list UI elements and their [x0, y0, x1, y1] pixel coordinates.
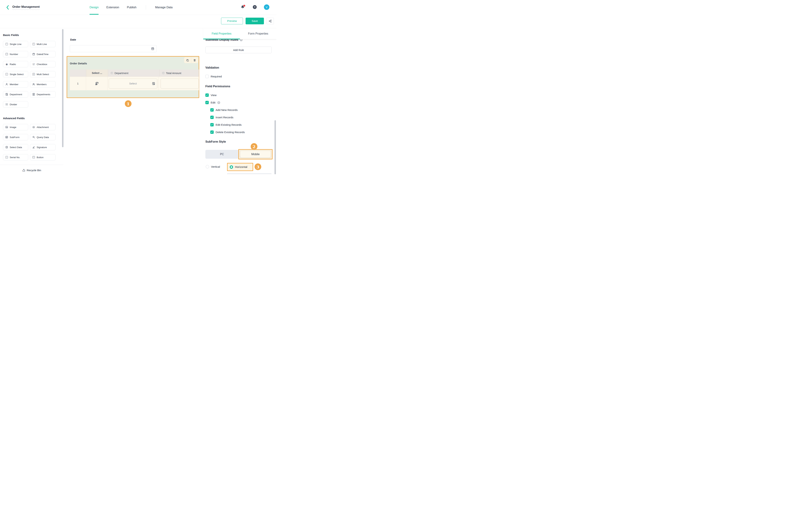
- edit-existing-records-checkbox-row[interactable]: ✓ Edit Existing Records: [210, 123, 241, 126]
- total-amount-input[interactable]: [161, 79, 199, 88]
- field-checkbox[interactable]: ☑Checkbox: [30, 61, 56, 67]
- field-member[interactable]: Member: [3, 81, 28, 87]
- save-button[interactable]: Save: [245, 18, 264, 24]
- copy-icon[interactable]: [184, 57, 191, 63]
- number-icon: 123: [5, 53, 8, 56]
- checkbox-checked[interactable]: ✓: [205, 93, 209, 97]
- recycle-bin-button[interactable]: ♺ Recycle Bin: [0, 167, 63, 173]
- tab-manage-data[interactable]: Manage Data: [155, 0, 173, 15]
- nav-tabs: Design Extension Publish Manage Data: [90, 0, 173, 15]
- basic-fields-heading: Basic Fields: [3, 33, 19, 37]
- share-button[interactable]: [266, 18, 274, 24]
- tab-field-properties[interactable]: Field Properties: [203, 28, 240, 39]
- page-title[interactable]: Order Management: [12, 5, 40, 10]
- checkbox-checked[interactable]: ✓: [205, 101, 209, 104]
- annotation-badge-2: 2: [251, 143, 257, 150]
- checkbox-checked[interactable]: ✓: [210, 108, 214, 112]
- signature-icon: [32, 146, 35, 149]
- freeze-columns-dropdown[interactable]: 1Column: [227, 173, 271, 174]
- field-divider[interactable]: Divider: [3, 101, 28, 108]
- field-members[interactable]: Members: [30, 81, 56, 87]
- col-department-header[interactable]: Department: [108, 69, 160, 77]
- field-permissions-heading: Field Permissions: [205, 85, 230, 88]
- query-data-icon: [32, 136, 35, 139]
- field-single-select[interactable]: ∨Single Select: [3, 71, 28, 77]
- field-attachment[interactable]: Attachment: [30, 124, 56, 130]
- row-number-cell: 1: [70, 77, 86, 90]
- field-query-data[interactable]: Query Data: [30, 134, 56, 140]
- help-icon[interactable]: ?: [218, 101, 220, 104]
- annotation-badge-3: 3: [255, 164, 261, 170]
- tab-form-properties[interactable]: Form Properties: [240, 28, 277, 39]
- field-actions: [184, 57, 198, 63]
- horizontal-radio-label[interactable]: Horizontal: [235, 165, 247, 169]
- department-select-input[interactable]: Select: [109, 79, 157, 88]
- edit-checkbox-row[interactable]: ✓ Edit ?: [205, 101, 220, 104]
- date-field-label: Date: [70, 38, 76, 41]
- subform-field-selected[interactable]: Order Details Select ... Department Tota…: [67, 56, 199, 98]
- department-cell: Select: [108, 77, 158, 90]
- notifications-bell-icon[interactable]: [241, 5, 245, 9]
- radio-icon: ◉: [5, 63, 8, 65]
- device-toggle-mobile[interactable]: Mobile: [240, 151, 270, 158]
- field-select-data[interactable]: Select Data: [3, 144, 28, 150]
- field-multi-select[interactable]: ≣Multi Select: [30, 71, 56, 77]
- recycle-icon: ♺: [22, 169, 25, 172]
- col-total-amount-header[interactable]: Total Amount: [160, 69, 199, 77]
- required-checkbox-row[interactable]: Required: [205, 75, 222, 78]
- add-rule-button[interactable]: Add Rule: [205, 47, 272, 53]
- device-toggle-pc[interactable]: PC: [205, 150, 238, 159]
- tab-design[interactable]: Design: [90, 0, 98, 15]
- field-radio[interactable]: ◉Radio: [3, 61, 28, 67]
- checkbox-checked[interactable]: ✓: [210, 131, 214, 134]
- back-icon[interactable]: [5, 5, 10, 10]
- notification-dot: [243, 5, 245, 7]
- multi-select-icon: ≣: [32, 73, 35, 76]
- members-icon: [32, 83, 35, 86]
- total-amount-cell: [158, 77, 199, 90]
- avatar[interactable]: V: [264, 4, 269, 10]
- field-signature[interactable]: Signature: [30, 144, 56, 150]
- add-new-records-checkbox-row[interactable]: ✓ Add New Records: [210, 108, 238, 112]
- vertical-radio-row[interactable]: Vertical: [206, 165, 220, 168]
- sidebar-scrollbar[interactable]: [62, 29, 63, 147]
- checkbox-unchecked[interactable]: [205, 75, 209, 78]
- subform-header-row: Select ... Department Total Amount: [70, 69, 199, 77]
- col-select-header[interactable]: Select ...: [86, 69, 108, 77]
- field-subform[interactable]: SubForm: [3, 134, 28, 140]
- advanced-fields-heading: Advanced Fields: [3, 117, 25, 120]
- properties-panel: Field Properties Form Properties Subfiel…: [203, 28, 277, 174]
- multi-line-icon: ¶: [32, 42, 35, 46]
- subform-title: Order Details: [70, 62, 87, 65]
- checkbox-icon: ☑: [32, 63, 35, 65]
- select-data-cell[interactable]: [86, 77, 108, 90]
- form-toolbar: Preview Save: [0, 15, 277, 28]
- help-icon[interactable]: ?: [253, 5, 257, 9]
- field-number[interactable]: 123Number: [3, 51, 28, 57]
- field-serial-no[interactable]: №Serial No.: [3, 154, 28, 161]
- panel-scrollbar[interactable]: [274, 120, 276, 174]
- field-single-line[interactable]: TSingle Line: [3, 41, 28, 47]
- checkbox-checked[interactable]: ✓: [210, 116, 214, 119]
- delete-existing-records-checkbox-row[interactable]: ✓ Delete Existing Records: [210, 131, 245, 134]
- field-datetime[interactable]: Date&Time: [30, 51, 56, 57]
- radio-unchecked[interactable]: [206, 165, 209, 168]
- preview-button[interactable]: Preview: [221, 18, 243, 24]
- view-checkbox-row[interactable]: ✓ View: [205, 93, 216, 97]
- divider-icon: [5, 103, 8, 106]
- field-department[interactable]: Department: [3, 91, 28, 97]
- date-field-input[interactable]: [70, 45, 156, 52]
- tab-extension[interactable]: Extension: [106, 0, 119, 15]
- trash-icon[interactable]: [191, 57, 198, 63]
- checkbox-checked[interactable]: ✓: [210, 123, 214, 126]
- field-departments[interactable]: Departments: [30, 91, 56, 97]
- field-multi-line[interactable]: ¶Multi Line: [30, 41, 56, 47]
- radio-checked[interactable]: [230, 165, 233, 169]
- field-image[interactable]: Image: [3, 124, 28, 130]
- tab-publish[interactable]: Publish: [127, 0, 137, 15]
- help-icon[interactable]: ?: [240, 39, 242, 41]
- field-button[interactable]: BTNButton: [30, 154, 56, 161]
- insert-records-checkbox-row[interactable]: ✓ Insert Records: [210, 116, 233, 119]
- calendar-icon: [151, 47, 154, 50]
- annotation-badge-1: 1: [125, 100, 132, 107]
